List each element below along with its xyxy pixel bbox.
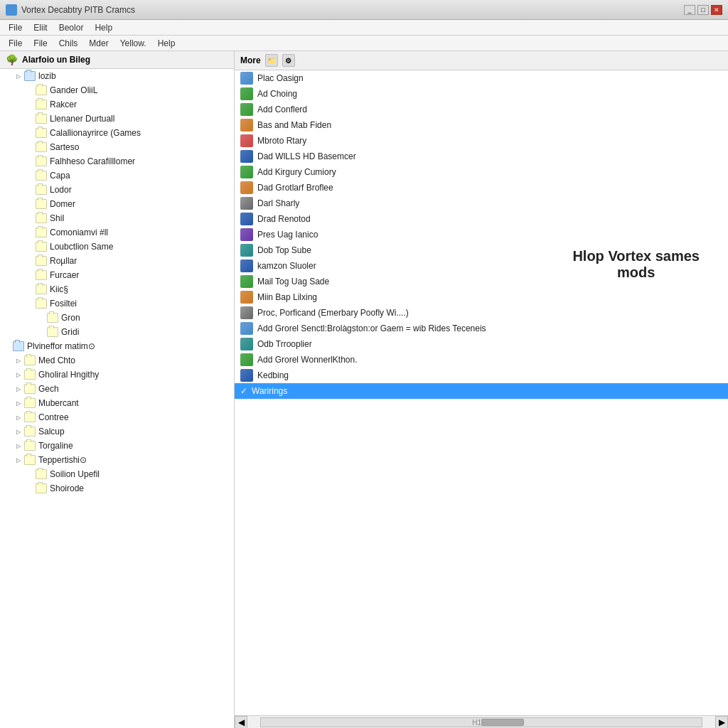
list-item-icon bbox=[240, 291, 253, 304]
tree-item[interactable]: Plvineffor matim⊙ bbox=[0, 339, 234, 353]
menu-beolor[interactable]: Beolor bbox=[53, 21, 90, 34]
tree-item[interactable]: Furcaer bbox=[0, 268, 234, 282]
list-item[interactable]: Add Conflerd bbox=[235, 102, 728, 117]
list-item-icon bbox=[240, 244, 253, 257]
tree-item-label: Teppertishi⊙ bbox=[38, 455, 87, 465]
menu-help-top[interactable]: Help bbox=[89, 21, 118, 34]
list-item[interactable]: Dob Top Sube bbox=[235, 242, 728, 258]
tree-item[interactable]: ▷Mubercant bbox=[0, 396, 234, 410]
tree-item[interactable]: ▷Teppertishi⊙ bbox=[0, 453, 234, 467]
tree-item[interactable]: Domer bbox=[0, 197, 234, 211]
bottom-scrollbar-bar: ◀ H1 ▶ bbox=[235, 715, 728, 728]
tree-item-label: Med Chto bbox=[38, 355, 75, 365]
tree-arrow-icon[interactable]: ▷ bbox=[14, 427, 23, 436]
tree-arrow-icon[interactable]: ▷ bbox=[14, 441, 23, 450]
list-item[interactable]: Odb Trrooplier bbox=[235, 336, 728, 352]
tree-item[interactable]: ▷Gech bbox=[0, 382, 234, 396]
folder-icon bbox=[36, 213, 47, 223]
list-item[interactable]: Dad WlLLS HD Basemcer bbox=[235, 149, 728, 164]
tree-item[interactable]: Gridi bbox=[0, 325, 234, 339]
scrollbar-thumb[interactable] bbox=[481, 719, 524, 726]
list-item[interactable]: Kedbing bbox=[235, 368, 728, 383]
list-item-label: Proc, Porficand (Emerbary Poofly Wi....) bbox=[257, 308, 409, 318]
folder-icon bbox=[24, 384, 36, 394]
tree-arrow-icon[interactable]: ▷ bbox=[14, 413, 23, 422]
close-button[interactable]: ✕ bbox=[711, 5, 722, 15]
tree-item[interactable]: Falhheso Carafilllomer bbox=[0, 154, 234, 168]
list-item[interactable]: Bas and Mab Fiden bbox=[235, 117, 728, 133]
main-area: 🌳 Alarfoio un Bileg ▷lozibGander OliiLRa… bbox=[0, 51, 728, 728]
tree-arrow-icon[interactable]: ▷ bbox=[14, 399, 23, 407]
list-item[interactable]: Add Grorel WonnerlKthon. bbox=[235, 352, 728, 368]
tree-item[interactable]: ▷Torgaline bbox=[0, 439, 234, 453]
menu-file1[interactable]: File bbox=[3, 37, 28, 50]
list-item[interactable]: Mbroto Rtary bbox=[235, 133, 728, 149]
list-item[interactable]: Dad Grotlarf Broflee bbox=[235, 180, 728, 196]
list-item[interactable]: Proc, Porficand (Emerbary Poofly Wi....) bbox=[235, 305, 728, 321]
tree-item[interactable]: Gander OliiL bbox=[0, 83, 234, 97]
tree-item[interactable]: ▷Gholiral Hngithy bbox=[0, 368, 234, 382]
list-item[interactable]: Mail Tog Uag Sade bbox=[235, 274, 728, 289]
tree-item[interactable]: ▷Med Chto bbox=[0, 353, 234, 368]
check-icon: ✓ bbox=[240, 386, 247, 396]
tree-item[interactable]: Comoniamvi #ll bbox=[0, 225, 234, 240]
tree-item[interactable]: ▷Salcup bbox=[0, 424, 234, 439]
list-item[interactable]: Pres Uag Ianico bbox=[235, 227, 728, 242]
tree-item[interactable]: Llenaner Durtuall bbox=[0, 112, 234, 126]
tree-item[interactable]: Rakcer bbox=[0, 97, 234, 112]
tree-item[interactable]: Roµllar bbox=[0, 254, 234, 268]
menu-mder[interactable]: Mder bbox=[83, 37, 114, 50]
tree-item[interactable]: Loubctlion Same bbox=[0, 240, 234, 254]
tree-item[interactable]: Capa bbox=[0, 168, 234, 183]
list-item[interactable]: kamzon Sluoler bbox=[235, 258, 728, 274]
tree-arrow-icon[interactable]: ▷ bbox=[14, 370, 23, 379]
tree-item[interactable]: Soilion Upefil bbox=[0, 467, 234, 481]
list-item[interactable]: Miin Bap Lilxing bbox=[235, 289, 728, 305]
horizontal-scrollbar[interactable]: H1 bbox=[260, 717, 702, 727]
menu-help-second[interactable]: Help bbox=[152, 37, 181, 50]
list-item[interactable]: Ad Choing bbox=[235, 86, 728, 102]
menu-file-top[interactable]: File bbox=[3, 21, 28, 34]
folder-icon bbox=[24, 355, 36, 365]
scroll-left-button[interactable]: ◀ bbox=[235, 716, 247, 729]
toolbar-folder-icon[interactable]: 📁 bbox=[265, 54, 278, 67]
tree-arrow-icon[interactable]: ▷ bbox=[14, 385, 23, 393]
tree-arrow-icon[interactable]: ▷ bbox=[14, 72, 23, 80]
list-item[interactable]: ✓Warirings bbox=[235, 383, 728, 399]
menu-file2[interactable]: File bbox=[28, 37, 53, 50]
list-item-icon bbox=[240, 213, 253, 225]
tree-item[interactable]: Lodor bbox=[0, 183, 234, 197]
tree-item-label: Contree bbox=[38, 412, 69, 422]
list-item-icon bbox=[240, 166, 253, 178]
tree-item[interactable]: ▷lozib bbox=[0, 69, 234, 83]
tree-arrow-icon[interactable]: ▷ bbox=[14, 456, 23, 464]
tree-item-label: Lodor bbox=[50, 185, 72, 195]
toolbar-settings-icon[interactable]: ⚙ bbox=[282, 54, 295, 67]
list-item[interactable]: Darl Sharly bbox=[235, 196, 728, 211]
list-item[interactable]: Add Kirgury Cumiory bbox=[235, 164, 728, 180]
list-item[interactable]: Plac Oasign bbox=[235, 70, 728, 86]
menu-eliit[interactable]: Eliit bbox=[28, 21, 53, 34]
tree-area[interactable]: ▷lozibGander OliiLRakcerLlenaner Durtual… bbox=[0, 69, 234, 728]
tree-item[interactable]: Sarteso bbox=[0, 140, 234, 154]
tree-item[interactable]: Fosiltei bbox=[0, 296, 234, 311]
list-item-icon bbox=[240, 259, 253, 272]
list-item[interactable]: Drad Renotod bbox=[235, 211, 728, 227]
tree-item[interactable]: Kiic§ bbox=[0, 282, 234, 296]
tree-item[interactable]: Gron bbox=[0, 311, 234, 325]
tree-item[interactable]: ▷Contree bbox=[0, 410, 234, 424]
maximize-button[interactable]: □ bbox=[697, 5, 709, 15]
tree-item-label: Gholiral Hngithy bbox=[38, 370, 99, 380]
folder-icon bbox=[36, 483, 47, 493]
list-item-icon bbox=[240, 338, 253, 350]
tree-item[interactable]: Shoirode bbox=[0, 481, 234, 496]
tree-item[interactable]: Calallionayrirce (Games bbox=[0, 126, 234, 140]
minimize-button[interactable]: _ bbox=[684, 5, 695, 15]
tree-item[interactable]: ShiI bbox=[0, 211, 234, 225]
menu-yellow[interactable]: Yellow. bbox=[114, 37, 152, 50]
tree-arrow-icon[interactable]: ▷ bbox=[14, 356, 23, 365]
scroll-right-button[interactable]: ▶ bbox=[715, 716, 728, 729]
right-list-area[interactable]: Hlop Vortex sames mods Plac OasignAd Cho… bbox=[235, 70, 728, 715]
menu-chils[interactable]: Chils bbox=[53, 37, 84, 50]
list-item[interactable]: Add Grorel Senctl:Brolàgston:or Gaem = w… bbox=[235, 321, 728, 336]
